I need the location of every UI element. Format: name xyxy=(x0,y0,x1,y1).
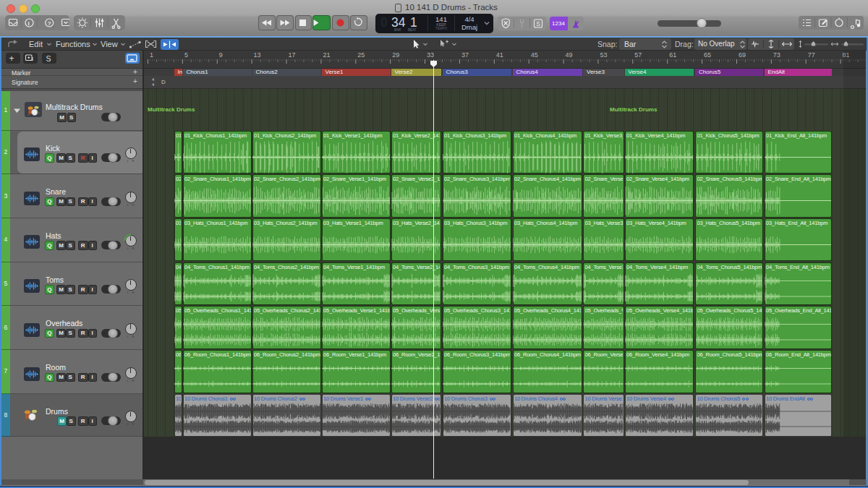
svg-text:S: S xyxy=(536,20,540,27)
svg-text:?: ? xyxy=(48,20,51,27)
svg-text:i: i xyxy=(28,20,30,27)
